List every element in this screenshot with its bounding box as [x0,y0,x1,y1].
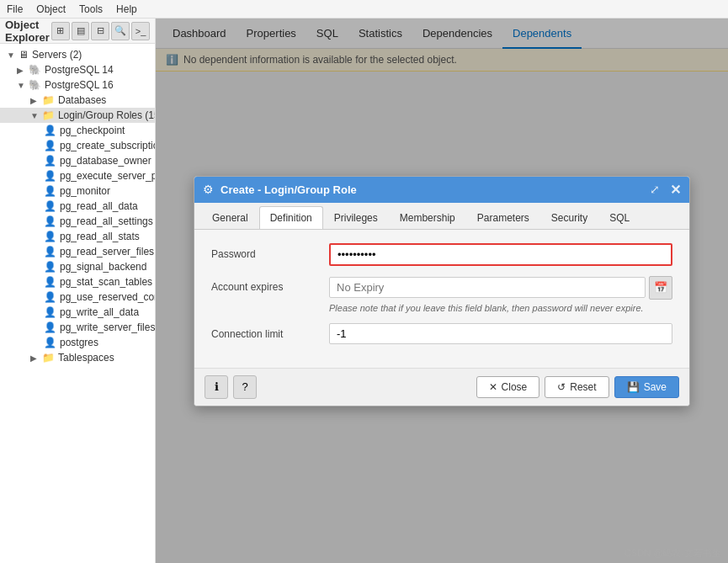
expand-icon-pg16: ▼ [17,81,25,90]
tree-item-pg_write_all_data[interactable]: 👤 pg_write_all_data [0,305,155,320]
password-label: Password [211,243,329,260]
tree-item-pg16[interactable]: ▼ 🐘 PostgreSQL 16 [0,77,155,93]
account-expires-label: Account expires [211,276,329,293]
close-button[interactable]: ✕ Close [476,376,540,398]
dialog-tab-privileges[interactable]: Privileges [323,206,389,229]
tree-item-databases[interactable]: ▶ 📁 Databases [0,93,155,108]
tree-item-servers[interactable]: ▼ 🖥 Servers (2) [0,47,155,62]
roles-label: Login/Group Roles (15) [58,109,155,121]
tree-item-pg_read_all_data[interactable]: 👤 pg_read_all_data [0,199,155,214]
role-label-4: pg_execute_server_pro [60,170,155,182]
tree-item-pg_checkpoint[interactable]: 👤 pg_checkpoint [0,123,155,138]
tree-item-pg14[interactable]: ▶ 🐘 PostgreSQL 14 [0,62,155,77]
dialog-maximize-button[interactable]: ⤢ [650,183,660,196]
servers-icon: 🖥 [19,49,29,61]
role-icon-5: 👤 [44,185,56,197]
role-icon-1: 👤 [44,125,56,136]
pg14-label: PostgreSQL 14 [45,64,114,76]
connection-limit-label: Connection limit [211,323,329,340]
roles-icon: 📁 [42,109,55,121]
save-icon: 💾 [627,381,640,393]
tree-item-pg_create_sub[interactable]: 👤 pg_create_subscription [0,138,155,153]
role-icon-2: 👤 [44,140,56,151]
account-expires-input-group: 📅 [329,276,672,300]
dialog-tab-definition[interactable]: Definition [259,206,323,229]
tree-item-roles[interactable]: ▼ 📁 Login/Group Roles (15) [0,108,155,123]
tablespaces-icon: 📁 [42,352,55,364]
footer-left: ℹ ? [205,375,257,399]
toolbar-btn-terminal[interactable]: >_ [131,22,150,40]
dialog-tab-membership[interactable]: Membership [389,206,466,229]
toolbar-btn-1[interactable]: ⊞ [51,22,70,40]
role-icon-8: 👤 [44,231,56,242]
tree-item-pg_signal[interactable]: 👤 pg_signal_backend [0,259,155,274]
account-expires-control: 📅 Please note that if you leave this fie… [329,276,672,313]
role-icon-12: 👤 [44,291,56,303]
role-icon-4: 👤 [44,170,56,182]
calendar-icon: 📅 [654,281,667,294]
menu-file[interactable]: File [7,3,23,15]
form-row-account-expires: Account expires 📅 Please note that if yo… [211,276,672,313]
dialog-title-text: Create - Login/Group Role [221,183,643,196]
tree-item-pg_use_reserved[interactable]: 👤 pg_use_reserved_conn [0,289,155,305]
role-icon-6: 👤 [44,200,56,212]
tree-item-pg_execute[interactable]: 👤 pg_execute_server_pro [0,168,155,183]
left-panel: Object Explorer ⊞ ▤ ⊟ 🔍 >_ ▼ 🖥 Servers (… [0,19,156,563]
toolbar: Object Explorer ⊞ ▤ ⊟ 🔍 >_ [0,19,155,44]
tree-item-pg_monitor[interactable]: 👤 pg_monitor [0,183,155,199]
toolbar-btn-search[interactable]: 🔍 [111,22,130,40]
role-icon-14: 👤 [44,321,56,333]
menu-help[interactable]: Help [116,3,137,15]
role-label-13: pg_write_all_data [60,306,139,318]
tree-item-pg_stat_scan[interactable]: 👤 pg_stat_scan_tables [0,274,155,289]
dialog-tab-sql[interactable]: SQL [598,206,640,229]
tree-item-pg_database_owner[interactable]: 👤 pg_database_owner [0,153,155,168]
databases-icon: 📁 [42,94,55,106]
role-label-9: pg_read_server_files [60,246,154,258]
menu-tools[interactable]: Tools [79,3,103,15]
role-label-14: pg_write_server_files [60,321,155,333]
help-button[interactable]: ? [233,375,257,399]
role-icon-15: 👤 [44,337,56,348]
tree-item-pg_write_server[interactable]: 👤 pg_write_server_files [0,320,155,335]
tree-item-pg_read_all_settings[interactable]: 👤 pg_read_all_settings [0,214,155,229]
role-label-12: pg_use_reserved_conn [60,291,155,303]
dialog-title-icon: ⚙ [203,183,214,196]
expand-icon-roles: ▼ [30,111,39,120]
modal-overlay: ⚙ Create - Login/Group Role ⤢ ✕ General … [156,19,728,563]
menu-object[interactable]: Object [36,3,66,15]
pg16-icon: 🐘 [29,79,41,91]
pg14-icon: 🐘 [29,64,41,76]
calendar-button[interactable]: 📅 [649,276,672,300]
role-label-2: pg_create_subscription [60,140,155,151]
toolbar-btn-3[interactable]: ⊟ [91,22,109,40]
role-icon-9: 👤 [44,246,56,258]
watermark: CSDN @码农-文若书生 [624,547,721,560]
object-tree: ▼ 🖥 Servers (2) ▶ 🐘 PostgreSQL 14 ▼ 🐘 Po… [0,44,155,563]
tree-item-postgres[interactable]: 👤 postgres [0,335,155,350]
menu-bar: File Object Tools Help [0,0,728,19]
tree-item-tablespaces[interactable]: ▶ 📁 Tablespaces [0,350,155,365]
tree-item-pg_read_server[interactable]: 👤 pg_read_server_files [0,244,155,259]
reset-button[interactable]: ↺ Reset [545,376,608,398]
password-input[interactable] [329,243,672,266]
tree-item-pg_read_all_stats[interactable]: 👤 pg_read_all_stats [0,229,155,244]
dialog-tabs: General Definition Privileges Membership… [194,203,689,230]
reset-icon: ↺ [557,381,566,393]
expand-icon-tablespaces: ▶ [30,353,39,363]
save-button[interactable]: 💾 Save [614,376,679,398]
dialog-close-button[interactable]: ✕ [670,182,681,198]
expand-icon-databases: ▶ [30,96,39,105]
toolbar-btn-2[interactable]: ▤ [72,22,90,40]
dialog-tab-security[interactable]: Security [540,206,598,229]
dialog-create-role: ⚙ Create - Login/Group Role ⤢ ✕ General … [194,176,690,406]
account-expires-input[interactable] [329,277,646,298]
dialog-tab-general[interactable]: General [201,206,259,229]
info-button[interactable]: ℹ [205,375,228,399]
connection-limit-input[interactable] [329,323,672,344]
expand-icon-servers: ▼ [7,50,15,60]
expand-icon-pg14: ▶ [17,66,25,75]
servers-label: Servers (2) [32,49,82,61]
form-row-password: Password [211,243,672,266]
dialog-tab-parameters[interactable]: Parameters [466,206,540,229]
